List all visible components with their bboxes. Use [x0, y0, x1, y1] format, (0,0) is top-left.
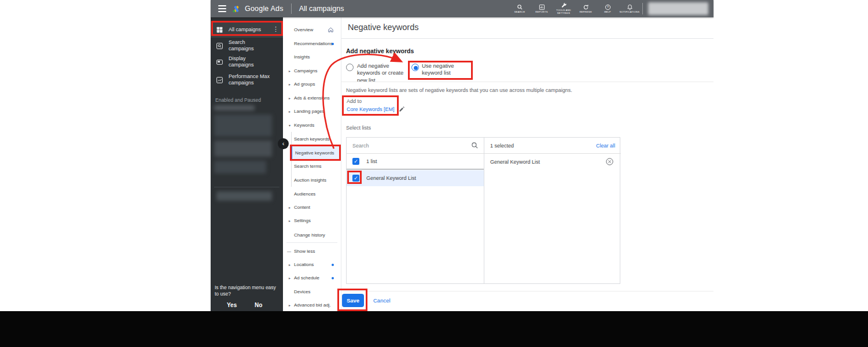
campaigns-sidebar: All campaigns ⋮ Search campaigns Display… [211, 17, 283, 311]
campaign-filter-status: Enabled and Paused [215, 97, 261, 103]
subnav-item-overview[interactable]: Overview [283, 25, 341, 35]
selected-list-name: General Keyword List [490, 159, 540, 165]
sidebar-item-all-campaigns[interactable]: All campaigns ⋮ [211, 21, 283, 38]
page-title: Negative keywords [348, 23, 419, 32]
subnav-item-search-terms[interactable]: Search terms [283, 161, 341, 171]
tools-and-settings-button[interactable]: TOOLS AND SETTINGS [553, 0, 575, 17]
search-icon [517, 4, 523, 10]
page: Google Ads All campaigns SEARCH REPORTS … [0, 0, 868, 347]
subnav-item-recommendations[interactable]: Recommendations [283, 39, 341, 49]
sidebar-item-display-campaigns[interactable]: Display campaigns [211, 54, 283, 70]
edit-pencil-icon[interactable] [399, 106, 405, 112]
subnav-item-keywords[interactable]: ▾ Keywords [283, 120, 341, 130]
notification-dot [332, 264, 334, 266]
subnav-item-audiences[interactable]: Audiences [283, 189, 341, 199]
search-campaigns-icon [216, 42, 223, 50]
survey-no-button[interactable]: No [255, 302, 262, 308]
chevron-right-icon: ▸ [289, 303, 290, 307]
subnav-item-auction-insights[interactable]: Auction insights [283, 175, 341, 185]
subnav-item-settings[interactable]: ▸ Settings [283, 216, 341, 226]
clear-all-link[interactable]: Clear all [596, 143, 615, 149]
notification-dot [332, 277, 334, 279]
collapse-nav-button[interactable]: ‹ [278, 138, 289, 149]
remove-circle-x-icon[interactable] [605, 157, 614, 166]
subnav-item-locations[interactable]: ▸ Locations [283, 260, 341, 270]
radio-use-negative-keyword-list[interactable] [411, 64, 419, 71]
reports-icon [539, 4, 545, 10]
available-lists-header-row[interactable]: 1 list [347, 154, 484, 169]
section-heading: Add negative keywords [346, 47, 414, 54]
sidebar-item-performance-max[interactable]: Performance Max campaigns [211, 70, 283, 90]
divider [286, 242, 337, 243]
hamburger-menu-icon[interactable] [218, 5, 226, 12]
wrench-icon [561, 2, 567, 9]
chevron-right-icon: ▸ [289, 96, 290, 100]
radio-label-use-negative-keyword-list[interactable]: Use negative keyword list [422, 62, 473, 77]
notification-dot [332, 43, 334, 45]
blurred-campaign-item [216, 191, 272, 201]
divider [642, 3, 643, 14]
svg-text:?: ? [607, 5, 609, 9]
add-to-label: Add to [347, 98, 362, 104]
divider [341, 38, 713, 39]
chevron-right-icon: ▸ [289, 109, 290, 113]
chevron-down-icon: ▾ [289, 123, 290, 127]
reports-button[interactable]: REPORTS [531, 0, 553, 17]
radio-label-add-negative-keywords[interactable]: Add negative keywords or create new list [357, 62, 410, 84]
blurred-campaign-list [214, 105, 279, 178]
subnav-item-campaigns[interactable]: ▸ Campaigns [283, 66, 341, 76]
list-count-label: 1 list [366, 158, 377, 164]
selected-count-label: 1 selected [490, 143, 514, 149]
google-ads-logo-icon [232, 5, 241, 13]
footer-bar: Offshore Marketers offshoremarketers.com [0, 311, 868, 347]
subnav-item-negative-keywords[interactable]: Negative keywords [290, 145, 340, 160]
top-app-bar: Google Ads All campaigns SEARCH REPORTS … [211, 0, 713, 17]
notifications-button[interactable]: NOTIFICATIONS [619, 0, 641, 17]
bell-icon [627, 4, 633, 10]
divider [291, 3, 292, 14]
chevron-left-icon: ‹ [282, 140, 285, 147]
blurred-account-info [648, 2, 708, 15]
brand-name: Google Ads [245, 5, 284, 13]
subnav-item-content[interactable]: ▸ Content [283, 202, 341, 212]
google-ads-screenshot: Google Ads All campaigns SEARCH REPORTS … [211, 0, 713, 311]
chevron-right-icon: ▸ [289, 82, 290, 86]
subnav-item-show-less[interactable]: — Show less [283, 246, 341, 256]
subnav-item-devices[interactable]: Devices [283, 287, 341, 297]
subnav-item-ad-groups[interactable]: ▸ Ad groups [283, 79, 341, 89]
chevron-right-icon: ▸ [289, 69, 290, 73]
search-button[interactable]: SEARCH [509, 0, 531, 17]
cancel-button[interactable]: Cancel [373, 297, 391, 304]
radio-add-negative-keywords[interactable] [346, 64, 354, 71]
subnav-item-insights[interactable]: Insights [283, 52, 341, 62]
subnav-item-advanced-bid-adj[interactable]: ▸ Advanced bid adj. [283, 300, 341, 310]
subnav-item-search-keywords[interactable]: Search keywords [283, 134, 341, 144]
list-name: General Keyword List [366, 175, 416, 181]
survey-yes-button[interactable]: Yes [227, 302, 237, 308]
chevron-right-icon: ▸ [289, 263, 290, 267]
subnav-item-change-history[interactable]: Change history [283, 230, 341, 240]
list-search-row [347, 138, 484, 154]
display-campaigns-icon [216, 58, 223, 66]
subnav-item-landing-pages[interactable]: ▸ Landing pages [283, 106, 341, 116]
add-to-target-link[interactable]: Core Keywords [EM] [347, 106, 405, 112]
description-text: Negative keyword lists are sets of negat… [346, 87, 572, 93]
refresh-button[interactable]: REFRESH [575, 0, 597, 17]
sidebar-item-search-campaigns[interactable]: Search campaigns [211, 38, 283, 54]
subnav-item-ads-extensions[interactable]: ▸ Ads & extensions [283, 93, 341, 103]
search-input[interactable] [352, 141, 462, 151]
help-button[interactable]: ? HELP [597, 0, 619, 17]
main-content: Negative keywords Add negative keywords … [341, 17, 713, 311]
divider [341, 291, 713, 291]
home-icon [328, 27, 334, 33]
refresh-icon [583, 4, 589, 10]
kebab-menu-icon[interactable]: ⋮ [273, 25, 279, 33]
chevron-right-icon: ▸ [289, 205, 290, 209]
performance-max-icon [216, 76, 223, 84]
save-button[interactable]: Save [342, 294, 364, 307]
subnav-item-ad-schedule[interactable]: ▸ Ad schedule [283, 273, 341, 283]
list-row-general-keyword-list[interactable]: General Keyword List [347, 170, 484, 186]
list-checkbox[interactable] [352, 175, 359, 182]
select-all-checkbox[interactable] [352, 158, 359, 165]
page-navigation: Overview Recommendations Insights ▸ Camp… [283, 17, 341, 311]
